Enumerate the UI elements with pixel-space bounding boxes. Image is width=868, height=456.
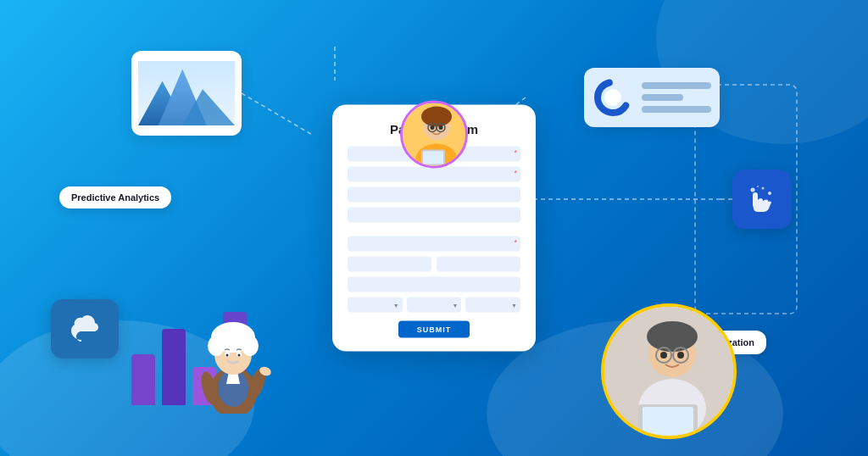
svg-point-29: [762, 187, 765, 190]
dropdown-arrow-month: ▼: [393, 302, 399, 308]
payment-form: Payment Form * * ▼ ▼ ▼ SUBMIT: [332, 105, 536, 352]
svg-rect-54: [423, 152, 443, 164]
donut-line-3: [642, 106, 711, 113]
svg-point-21: [238, 354, 241, 357]
salesforce-card: [51, 299, 119, 359]
svg-point-51: [439, 125, 443, 130]
submit-button[interactable]: SUBMIT: [398, 321, 470, 338]
form-row-2: [348, 257, 520, 272]
svg-point-28: [751, 188, 755, 192]
ai-icon: [744, 181, 780, 217]
svg-point-39: [677, 352, 684, 359]
predictive-analytics-label: Predictive Analytics: [59, 186, 171, 209]
form-dropdowns: ▼ ▼ ▼: [348, 298, 520, 313]
svg-point-46: [421, 107, 452, 127]
svg-point-30: [768, 192, 771, 195]
form-field-email[interactable]: *: [348, 167, 520, 182]
form-field-card3[interactable]: [437, 257, 520, 272]
right-person-avatar: [601, 303, 737, 439]
dropdown-cvv[interactable]: ▼: [465, 298, 520, 313]
svg-line-1: [242, 93, 314, 136]
donut-card: [584, 68, 720, 127]
dropdown-arrow-cvv: ▼: [511, 302, 517, 308]
svg-point-38: [660, 352, 667, 359]
ai-card: [732, 170, 792, 229]
donut-line-2: [642, 94, 683, 101]
predictive-analytics-text: Predictive Analytics: [71, 192, 159, 203]
analytics-chart-card: [131, 51, 242, 136]
svg-rect-42: [643, 407, 693, 437]
donut-line-1: [642, 82, 711, 89]
bar-2: [162, 329, 186, 405]
donut-lines: [642, 82, 711, 113]
form-field-name-card[interactable]: [348, 277, 520, 292]
form-field-address[interactable]: [348, 187, 520, 203]
svg-point-34: [647, 321, 698, 352]
form-field-city[interactable]: [348, 208, 520, 223]
dropdown-arrow-year: ▼: [452, 302, 458, 308]
svg-point-17: [242, 336, 259, 356]
einstein-character: [191, 303, 275, 414]
donut-chart: [593, 77, 633, 118]
svg-point-50: [431, 125, 435, 130]
dropdown-year[interactable]: ▼: [407, 298, 462, 313]
bar-1: [131, 354, 155, 405]
svg-point-27: [604, 89, 621, 106]
top-person-avatar: [400, 101, 468, 169]
svg-point-31: [757, 186, 759, 187]
svg-point-20: [226, 354, 229, 357]
dropdown-month[interactable]: ▼: [348, 298, 403, 313]
form-field-card2[interactable]: [348, 257, 431, 272]
svg-point-16: [208, 336, 225, 356]
form-field-card[interactable]: *: [348, 236, 520, 252]
